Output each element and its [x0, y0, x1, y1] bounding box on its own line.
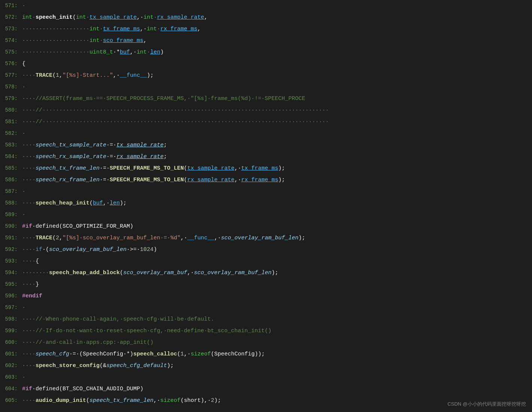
- table-row: 576:{: [0, 58, 532, 70]
- token: ····: [22, 177, 36, 183]
- table-row: 588:····speech_heap_init(buf,·len);: [0, 197, 532, 209]
- token: 2: [56, 235, 59, 241]
- token: );: [278, 165, 285, 172]
- token: tx_sample_rate: [116, 142, 164, 148]
- token: ····: [22, 72, 36, 79]
- token: ····················: [22, 37, 89, 44]
- token: SPEECH_FRAME_MS_TO_LEN: [110, 177, 184, 183]
- token: ·: [157, 26, 160, 32]
- token: ·(: [42, 246, 49, 253]
- line-content: ····TRACE(2,"[%s]·sco_overlay_ram_buf_le…: [21, 233, 532, 244]
- token: tx_sample_rate: [89, 14, 137, 21]
- token: ····: [22, 281, 36, 288]
- token: ····: [22, 397, 36, 404]
- token: (&: [100, 363, 106, 369]
- token: ····: [22, 154, 36, 160]
- table-row: 602:····speech_store_config(&speech_cfg_…: [0, 360, 532, 372]
- token: ····: [22, 316, 36, 322]
- token: rx_frame_ms: [241, 177, 278, 183]
- line-number: 586:: [0, 174, 21, 185]
- token: speech_heap_init: [36, 200, 89, 206]
- token: ·*: [113, 49, 120, 55]
- line-content: ····speech_cfg·=·(SpeechConfig·*)speech_…: [21, 349, 532, 360]
- token: int: [89, 26, 100, 32]
- token: buf: [120, 49, 130, 55]
- table-row: 573:····················int·tx_frame_ms,…: [0, 23, 532, 35]
- token: int: [76, 14, 86, 21]
- line-content: ····speech_tx_frame_len·=·SPEECH_FRAME_M…: [21, 163, 532, 174]
- token: speech_init: [36, 14, 73, 21]
- line-content: ····//ASSERT(frame_ms·==·SPEECH_PROCESS_…: [21, 93, 532, 104]
- token: ·: [22, 130, 25, 137]
- token: );: [278, 177, 285, 183]
- token: ····: [22, 235, 36, 241]
- line-content: int·speech_init(int·tx_sample_rate,·int·…: [21, 12, 532, 23]
- token: ····: [22, 119, 36, 125]
- token: ····: [22, 142, 36, 148]
- token: ,·: [234, 165, 241, 172]
- token: ,·: [234, 177, 241, 183]
- token: //·and·call·in·apps.cpp:·app_init(): [36, 339, 153, 346]
- table-row: 591:····TRACE(2,"[%s]·sco_overlay_ram_bu…: [0, 232, 532, 244]
- table-row: 571:·: [0, 0, 532, 12]
- token: rx_frame_ms: [160, 26, 197, 32]
- token: ····: [22, 339, 36, 346]
- table-row: 590:#if·defined(SCO_OPTIMIZE_FOR_RAM): [0, 221, 532, 232]
- token: ,·: [180, 235, 187, 241]
- token: (: [177, 351, 180, 357]
- table-row: 599:····//·If·do·not·want·to·reset·speec…: [0, 325, 532, 337]
- table-row: 578:·: [0, 81, 532, 93]
- token: tx_frame_ms: [241, 165, 278, 172]
- line-number: 590:: [0, 221, 21, 232]
- line-number: 571:: [0, 0, 21, 11]
- line-content: ····················uint8_t·*buf,·int·le…: [21, 47, 532, 58]
- token: ····: [22, 363, 36, 369]
- line-content: ·: [21, 0, 532, 12]
- line-content: ····speech_rx_sample_rate·=·rx_sample_ra…: [21, 151, 532, 163]
- line-content: ····················int·tx_frame_ms,·int…: [21, 24, 532, 35]
- line-number: 605:: [0, 395, 21, 406]
- token: speech_rx_frame_len: [36, 177, 100, 183]
- token: ,·: [187, 270, 194, 276]
- table-row: 600:····//·and·call·in·apps.cpp:·app_ini…: [0, 337, 532, 348]
- line-content: ····speech_store_config(&speech_cfg_defa…: [21, 360, 532, 372]
- token: #if: [22, 386, 32, 392]
- table-row: 597:·: [0, 302, 532, 313]
- line-number: 581:: [0, 116, 21, 127]
- token: ,·: [113, 72, 120, 79]
- line-content: ·: [21, 302, 532, 313]
- line-content: #if·defined(BT_SCO_CHAIN_AUDIO_DUMP): [21, 384, 532, 395]
- token: );: [214, 397, 221, 404]
- token: int: [147, 26, 157, 32]
- token: ·: [100, 37, 103, 44]
- token: 1: [180, 351, 184, 357]
- table-row: 582:·: [0, 128, 532, 139]
- token: ): [153, 246, 157, 253]
- token: ·: [32, 14, 36, 21]
- token: ·: [22, 188, 25, 195]
- line-number: 598:: [0, 313, 21, 325]
- line-content: ····//·When·phone·call·again,·speech·cfg…: [21, 314, 532, 325]
- token: ········: [22, 270, 49, 276]
- line-number: 604:: [0, 383, 21, 394]
- line-number: 577:: [0, 70, 21, 81]
- table-row: 594:········speech_heap_add_block(sco_ov…: [0, 267, 532, 279]
- token: ····: [22, 328, 36, 334]
- line-number: 588:: [0, 197, 21, 209]
- line-number: 594:: [0, 267, 21, 278]
- token: len: [110, 200, 120, 206]
- token: "[%s]·sco_overlay_ram_buf_len·=·%d": [63, 235, 180, 241]
- token: int: [22, 14, 32, 21]
- token: ····················: [22, 49, 89, 55]
- token: ;: [164, 142, 167, 148]
- token: ····················: [22, 26, 89, 32]
- token: sco_overlay_ram_buf_len: [194, 270, 271, 276]
- token: rx_sample_rate: [157, 14, 204, 21]
- token: audio_dump_init: [36, 397, 86, 404]
- table-row: 593:····{: [0, 255, 532, 267]
- token: #if: [22, 223, 32, 230]
- token: );: [120, 200, 127, 206]
- token: ·: [86, 14, 89, 21]
- line-number: 592:: [0, 244, 21, 255]
- token: speech_tx_sample_rate: [36, 142, 106, 148]
